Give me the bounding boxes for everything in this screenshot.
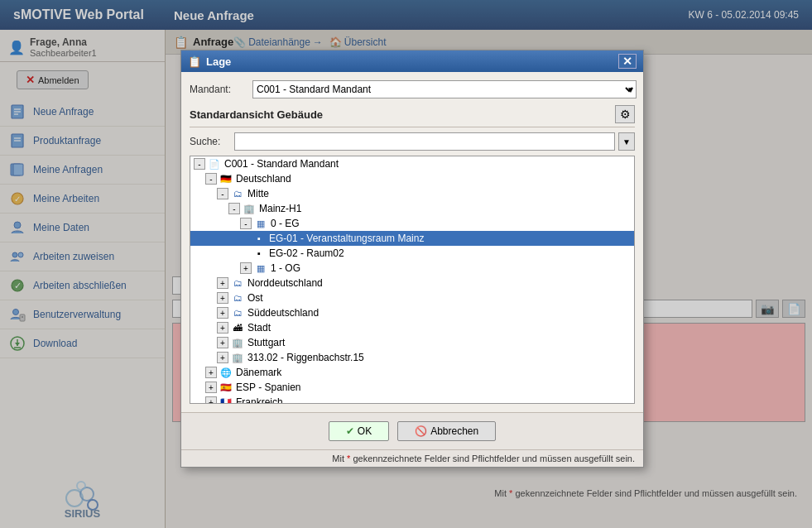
- modal-section-title: Standardansicht Gebäude ⚙: [190, 105, 635, 127]
- modal-titlebar: 📋 Lage ✕: [181, 50, 643, 72]
- tree-item-daenemark[interactable]: + 🌐 Dänemark: [190, 365, 634, 380]
- tree-expand-0-eg[interactable]: -: [240, 218, 252, 229]
- tree-expand-c001[interactable]: -: [194, 158, 205, 170]
- 1-og-label: 1 - OG: [271, 262, 300, 274]
- stadt-city-icon: 🏙: [230, 322, 245, 334]
- tree-expand-sueddeutschland[interactable]: +: [217, 307, 228, 319]
- tree-item-0-eg[interactable]: - ▦ 0 - EG: [190, 216, 634, 231]
- c001-label: C001 - Standard Mandant: [224, 158, 339, 170]
- eg02-room-icon: ▪: [252, 247, 267, 259]
- tree-item-ost[interactable]: + 🗂 Ost: [190, 290, 634, 305]
- tree-item-norddeutschland[interactable]: + 🗂 Norddeutschland: [190, 276, 634, 290]
- modal-overlay: 📋 Lage ✕ Mandant: C001 - Standard Mandan…: [0, 0, 812, 528]
- deutschland-flag-icon: 🇩🇪: [219, 173, 233, 185]
- eg-01-label: EG-01 - Veranstaltungsraum Mainz: [269, 233, 424, 244]
- tree-expand-1-og[interactable]: +: [240, 262, 252, 274]
- ost-folder-icon: 🗂: [230, 292, 245, 304]
- esp-spanien-label: ESP - Spanien: [236, 382, 301, 393]
- tree-item-mainz-h1[interactable]: - 🏢 Mainz-H1: [190, 201, 634, 216]
- tree-item-esp-spanien[interactable]: + 🇪🇸 ESP - Spanien: [190, 380, 634, 395]
- search-label: Suche:: [190, 136, 231, 147]
- eg-floor-icon: ▦: [253, 218, 268, 229]
- tree-expand-riggenbachstr[interactable]: +: [217, 352, 228, 363]
- 0-eg-label: 0 - EG: [271, 218, 300, 229]
- mainz-h1-label: Mainz-H1: [259, 203, 301, 214]
- search-dropdown-button[interactable]: ▼: [618, 132, 635, 151]
- tree-item-frankreich[interactable]: + 🇫🇷 Frankreich: [190, 395, 634, 404]
- tree-item-stadt[interactable]: + 🏙 Stadt: [190, 320, 634, 335]
- tree-expand-mitte[interactable]: -: [217, 188, 228, 199]
- ok-button[interactable]: ✔ OK: [329, 421, 389, 441]
- sueddeutschland-label: Süddeutschland: [247, 307, 319, 319]
- tree-expand-daenemark[interactable]: +: [205, 367, 217, 378]
- modal-icon: 📋: [188, 55, 201, 68]
- modal-title: Lage: [206, 55, 231, 68]
- norddeutschland-folder-icon: 🗂: [230, 277, 245, 289]
- deutschland-label: Deutschland: [236, 173, 291, 185]
- eg-02-label: EG-02 - Raum02: [269, 247, 344, 259]
- modal-body: Mandant: C001 - Standard Mandant ▼ Stand…: [181, 72, 643, 412]
- og-floor-icon: ▦: [253, 262, 268, 274]
- modal-footer: ✔ OK 🚫 Abbrechen: [181, 412, 643, 449]
- mandant-row: Mandant: C001 - Standard Mandant ▼: [190, 80, 635, 98]
- norddeutschland-label: Norddeutschland: [247, 277, 323, 289]
- tree-expand-deutschland[interactable]: -: [205, 173, 217, 185]
- modal-required-star: *: [347, 454, 350, 463]
- sueddeutschland-folder-icon: 🗂: [230, 307, 245, 319]
- tree-item-c001[interactable]: - 📄 C001 - Standard Mandant: [190, 156, 634, 171]
- espanien-flag-icon: 🇪🇸: [219, 382, 233, 393]
- abbrechen-button[interactable]: 🚫 Abbrechen: [397, 421, 496, 441]
- ok-icon: ✔: [346, 425, 354, 437]
- tree-item-mitte[interactable]: - 🗂 Mitte: [190, 186, 634, 201]
- mandant-label: Mandant:: [190, 84, 247, 95]
- search-input[interactable]: [234, 132, 615, 151]
- tree-expand-esp-spanien[interactable]: +: [205, 382, 217, 393]
- stadt-label: Stadt: [247, 322, 271, 334]
- c001-doc-icon: 📄: [207, 158, 222, 170]
- tree-item-eg-01[interactable]: ▪ EG-01 - Veranstaltungsraum Mainz: [190, 231, 634, 246]
- tree-item-riggenbachstr[interactable]: + 🏢 313.02 - Riggenbachstr.15: [190, 350, 634, 365]
- tree-item-stuttgart[interactable]: + 🏢 Stuttgart: [190, 335, 634, 350]
- search-row: Suche: ▼: [190, 132, 635, 151]
- daenemark-flag-icon: 🌐: [219, 367, 233, 378]
- mandant-select[interactable]: C001 - Standard Mandant: [252, 80, 637, 98]
- frankreich-label: Frankreich: [236, 396, 283, 404]
- stuttgart-building-icon: 🏢: [230, 337, 245, 348]
- tree-container[interactable]: - 📄 C001 - Standard Mandant - 🇩🇪 Deutsch…: [190, 156, 635, 404]
- tree-expand-norddeutschland[interactable]: +: [217, 277, 228, 289]
- stuttgart-label: Stuttgart: [247, 337, 285, 348]
- modal-status: Mit * gekennzeichnete Felder sind Pflich…: [181, 449, 643, 467]
- daenemark-label: Dänemark: [236, 367, 281, 378]
- tree-item-deutschland[interactable]: - 🇩🇪 Deutschland: [190, 171, 634, 186]
- mitte-folder-icon: 🗂: [230, 188, 245, 199]
- frankreich-flag-icon: 🇫🇷: [219, 396, 233, 404]
- tree-expand-stadt[interactable]: +: [217, 322, 228, 334]
- modal-close-button[interactable]: ✕: [618, 54, 637, 69]
- tree-item-sueddeutschland[interactable]: + 🗂 Süddeutschland: [190, 305, 634, 320]
- mitte-label: Mitte: [247, 188, 269, 199]
- mainz-building-icon: 🏢: [242, 203, 257, 214]
- tree-expand-mainz-h1[interactable]: -: [228, 203, 240, 214]
- tree-expand-frankreich[interactable]: +: [205, 396, 217, 404]
- riggenbachstr-building-icon: 🏢: [230, 352, 245, 363]
- riggenbachstr-label: 313.02 - Riggenbachstr.15: [247, 352, 364, 363]
- ost-label: Ost: [247, 292, 263, 304]
- cancel-icon: 🚫: [415, 425, 427, 437]
- modal-lage: 📋 Lage ✕ Mandant: C001 - Standard Mandan…: [180, 50, 644, 468]
- tree-expand-ost[interactable]: +: [217, 292, 228, 304]
- tree-item-eg-02[interactable]: ▪ EG-02 - Raum02: [190, 246, 634, 261]
- settings-button[interactable]: ⚙: [615, 105, 635, 123]
- eg01-room-icon: ▪: [252, 233, 267, 244]
- tree-expand-stuttgart[interactable]: +: [217, 337, 228, 348]
- tree-item-1-og[interactable]: + ▦ 1 - OG: [190, 261, 634, 276]
